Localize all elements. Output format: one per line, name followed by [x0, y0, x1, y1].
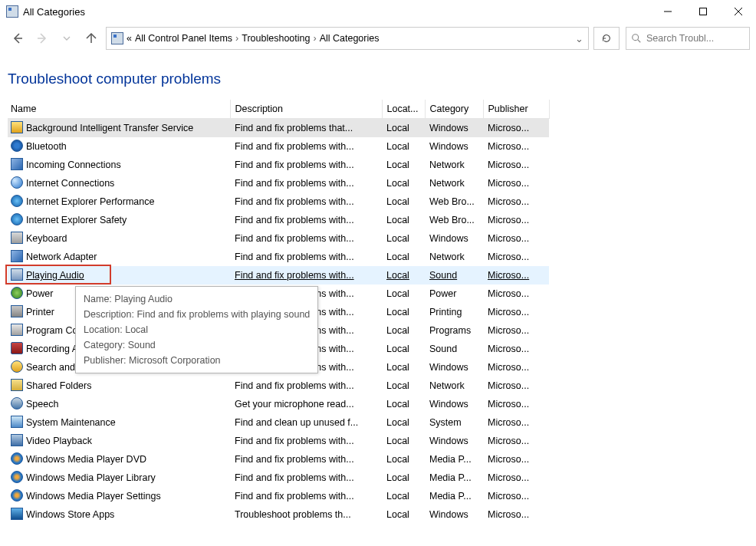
- cell-publisher: Microso...: [483, 248, 549, 266]
- col-name[interactable]: Name: [8, 100, 230, 119]
- table-row[interactable]: Network AdapterFind and fix problems wit…: [8, 248, 549, 266]
- table-row[interactable]: KeyboardFind and fix problems with...Loc…: [8, 229, 549, 248]
- cell-description: Find and fix problems with...: [230, 192, 382, 211]
- cell-description: Find and fix problems with...: [230, 156, 382, 174]
- table-row[interactable]: Windows Media Player LibraryFind and fix…: [8, 469, 549, 487]
- cell-name: Playing Audio: [8, 266, 230, 285]
- table-row[interactable]: Shared FoldersFind and fix problems with…: [8, 377, 549, 395]
- row-name: Playing Audio: [26, 270, 84, 281]
- refresh-button[interactable]: [593, 27, 620, 50]
- table-row[interactable]: Video PlaybackFind and fix problems with…: [8, 432, 549, 450]
- row-name: Network Adapter: [26, 252, 97, 262]
- chevron-down-icon[interactable]: ⌄: [575, 33, 583, 44]
- back-button[interactable]: [6, 28, 29, 49]
- row-name: Bluetooth: [26, 141, 67, 152]
- table-row[interactable]: Windows Media Player DVDFind and fix pro…: [8, 450, 549, 469]
- cell-publisher: Microso...: [483, 192, 549, 211]
- cell-category: Media P...: [425, 450, 483, 469]
- minimize-button[interactable]: [650, 0, 685, 23]
- table-header: Name Description Locat... Category Publi…: [8, 100, 549, 119]
- table-row[interactable]: Windows Store AppsTroubleshoot problems …: [8, 505, 549, 524]
- window-title: All Categories: [23, 6, 85, 18]
- table-row[interactable]: BluetoothFind and fix problems with...Lo…: [8, 137, 549, 156]
- row-icon: [11, 250, 23, 262]
- table-row[interactable]: Internet ConnectionsFind and fix problem…: [8, 174, 549, 192]
- close-button[interactable]: [721, 0, 756, 23]
- breadcrumb-item[interactable]: All Categories: [320, 33, 380, 44]
- row-icon: [11, 452, 23, 465]
- address-icon: [111, 32, 123, 44]
- col-location[interactable]: Locat...: [382, 100, 425, 119]
- cell-location: Local: [382, 487, 425, 505]
- cell-category: Windows: [425, 395, 483, 413]
- cell-description: Find and fix problems with...: [230, 450, 382, 469]
- cell-location: Local: [382, 211, 425, 229]
- row-name: Background Intelligent Transfer Service: [26, 123, 193, 133]
- row-name: Windows Media Player DVD: [26, 454, 146, 465]
- cell-publisher: Microso...: [483, 340, 549, 358]
- search-icon: [631, 33, 642, 44]
- cell-category: Sound: [425, 340, 483, 358]
- table-row[interactable]: Windows Media Player SettingsFind and fi…: [8, 487, 549, 505]
- cell-name: Shared Folders: [8, 377, 230, 395]
- row-name: System Maintenance: [26, 417, 116, 428]
- tooltip: Name: Playing Audio Description: Find an…: [75, 286, 318, 373]
- cell-name: Windows Store Apps: [8, 505, 230, 524]
- cell-description: Find and fix problems with...: [230, 137, 382, 156]
- cell-category: Windows: [425, 229, 483, 248]
- cell-description: Find and fix problems with...: [230, 174, 382, 192]
- row-name: Windows Media Player Library: [26, 472, 156, 483]
- cell-location: Local: [382, 229, 425, 248]
- cell-location: Local: [382, 358, 425, 377]
- tooltip-line: Location: Local: [84, 322, 310, 337]
- table-row[interactable]: Internet Explorer SafetyFind and fix pro…: [8, 211, 549, 229]
- row-icon: [11, 213, 23, 225]
- forward-button[interactable]: [31, 28, 54, 49]
- search-input[interactable]: Search Troubl...: [626, 27, 750, 50]
- address-bar[interactable]: « All Control Panel Items › Troubleshoot…: [106, 27, 589, 50]
- app-icon: [6, 5, 18, 18]
- row-icon: [11, 489, 23, 502]
- cell-location: Local: [382, 119, 425, 138]
- table-row[interactable]: Playing AudioFind and fix problems with.…: [8, 266, 549, 285]
- table-row[interactable]: System MaintenanceFind and clean up unus…: [8, 413, 549, 432]
- recent-locations-button[interactable]: [55, 28, 78, 49]
- cell-location: Local: [382, 248, 425, 266]
- cell-location: Local: [382, 432, 425, 450]
- cell-location: Local: [382, 192, 425, 211]
- breadcrumb-item[interactable]: All Control Panel Items: [135, 33, 232, 44]
- row-icon: [11, 379, 23, 391]
- col-description[interactable]: Description: [230, 100, 382, 119]
- cell-description: Find and fix problems with...: [230, 432, 382, 450]
- table-row[interactable]: Incoming ConnectionsFind and fix problem…: [8, 156, 549, 174]
- cell-name: Speech: [8, 395, 230, 413]
- col-publisher[interactable]: Publisher: [483, 100, 549, 119]
- row-name: Printer: [26, 307, 54, 317]
- cell-description: Find and fix problems with...: [230, 487, 382, 505]
- table-row[interactable]: Internet Explorer PerformanceFind and fi…: [8, 192, 549, 211]
- title-bar: All Categories: [0, 0, 756, 23]
- table-row[interactable]: SpeechGet your microphone read...LocalWi…: [8, 395, 549, 413]
- cell-location: Local: [382, 156, 425, 174]
- cell-location: Local: [382, 266, 425, 285]
- cell-location: Local: [382, 340, 425, 358]
- cell-location: Local: [382, 285, 425, 303]
- cell-description: Find and fix problems with...: [230, 248, 382, 266]
- up-button[interactable]: [80, 28, 103, 49]
- cell-description: Find and fix problems with...: [230, 469, 382, 487]
- cell-category: Media P...: [425, 487, 483, 505]
- row-name: Speech: [26, 399, 58, 410]
- maximize-button[interactable]: [685, 0, 721, 23]
- col-category[interactable]: Category: [425, 100, 483, 119]
- row-name: Keyboard: [26, 233, 67, 244]
- cell-category: Windows: [425, 137, 483, 156]
- row-icon: [11, 471, 23, 483]
- cell-category: Network: [425, 377, 483, 395]
- cell-name: Network Adapter: [8, 248, 230, 266]
- cell-category: Network: [425, 174, 483, 192]
- svg-point-7: [633, 35, 639, 41]
- breadcrumb-item[interactable]: Troubleshooting: [242, 33, 310, 44]
- cell-name: Incoming Connections: [8, 156, 230, 174]
- table-row[interactable]: Background Intelligent Transfer ServiceF…: [8, 119, 549, 138]
- row-icon: [11, 434, 23, 446]
